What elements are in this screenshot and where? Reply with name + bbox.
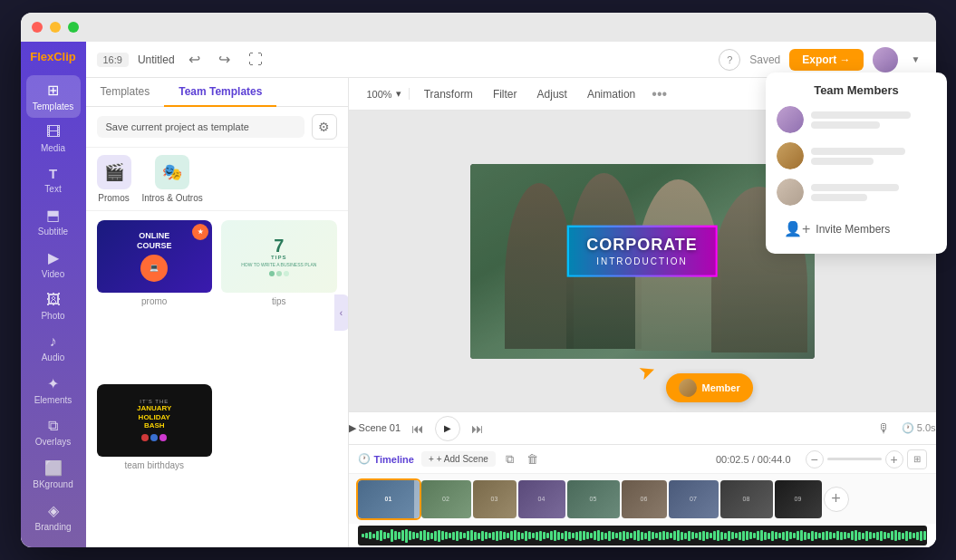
clip-03[interactable]: 03	[473, 480, 517, 518]
sidebar-item-audio[interactable]: ♪ Audio	[26, 327, 81, 369]
clip-09[interactable]: 09	[775, 480, 822, 518]
project-name[interactable]: Untitled	[138, 53, 175, 66]
corporate-intro-overlay: CORPORATE INTRODUCTION	[566, 226, 718, 277]
microphone-icon[interactable]: 🎙	[878, 421, 891, 436]
wave-bar	[546, 533, 549, 538]
add-scene-button[interactable]: + + Add Scene	[421, 451, 496, 467]
delete-scene-button[interactable]: 🗑	[524, 452, 541, 466]
zoom-slider[interactable]	[827, 458, 882, 460]
add-clip-button[interactable]: +	[824, 487, 849, 512]
transform-button[interactable]: Transform	[415, 84, 482, 104]
close-button[interactable]	[32, 22, 43, 33]
wave-bar	[601, 532, 604, 540]
wave-bar	[851, 531, 854, 540]
clip-08[interactable]: 08	[720, 480, 773, 518]
wave-bar	[833, 533, 835, 538]
redo-button[interactable]: ↪	[214, 49, 235, 70]
zoom-control[interactable]: 100% ▾	[360, 88, 410, 100]
category-label: Promos	[98, 193, 129, 203]
tab-templates[interactable]: Templates	[86, 78, 165, 107]
team-panel-title: Team Members	[777, 83, 936, 97]
fullscreen-button[interactable]: ⛶	[244, 50, 267, 70]
undo-button[interactable]: ↩	[184, 49, 205, 70]
wave-bar	[496, 531, 498, 541]
zoom-in-button[interactable]: +	[885, 450, 903, 468]
more-options-button[interactable]: •••	[646, 86, 672, 102]
saved-status: Saved	[749, 53, 780, 66]
wave-bar	[637, 530, 640, 541]
filter-button[interactable]: Filter	[484, 84, 526, 104]
wave-bar	[459, 532, 462, 539]
sidebar-item-media[interactable]: 🎞 Media	[26, 118, 81, 159]
wave-bar	[554, 530, 556, 541]
fit-view-button[interactable]: ⊞	[907, 449, 927, 469]
sidebar-item-label: Templates	[33, 101, 74, 111]
sidebar-item-overlays[interactable]: ⧉ Overlays	[26, 411, 81, 453]
adjust-button[interactable]: Adjust	[528, 84, 576, 104]
wave-bar	[586, 532, 589, 539]
clip-04[interactable]: 04	[518, 480, 565, 518]
clip-06[interactable]: 06	[622, 480, 667, 518]
wave-bar	[372, 534, 375, 538]
play-button[interactable]: ▶	[435, 416, 460, 441]
collapse-panel-handle[interactable]: ‹	[334, 294, 349, 331]
category-promos[interactable]: 🎬 Promos	[97, 155, 131, 203]
skip-forward-button[interactable]: ⏭	[471, 421, 484, 436]
member-avatar-3	[777, 179, 804, 206]
wave-bar	[822, 532, 825, 540]
clip-02[interactable]: 02	[421, 480, 471, 518]
maximize-button[interactable]	[68, 22, 79, 33]
template-card-holiday[interactable]: IT'S THE JANUARYHOLIDAYBASH team bi	[97, 384, 213, 539]
wave-bar	[659, 532, 661, 540]
wave-bar	[858, 532, 861, 540]
user-avatar-button[interactable]	[873, 47, 898, 72]
export-button[interactable]: Export →	[789, 49, 863, 71]
wave-bar	[681, 532, 683, 540]
category-intros[interactable]: 🎭 Intros & Outros	[142, 155, 203, 203]
skip-back-button[interactable]: ⏮	[411, 421, 424, 436]
arrow-indicator: ➤	[635, 358, 659, 386]
clip-resize-handle[interactable]	[414, 480, 420, 518]
duplicate-scene-button[interactable]: ⧉	[503, 452, 517, 467]
sidebar-item-branding[interactable]: ◈ Branding	[26, 496, 81, 538]
template-card-online-course[interactable]: ★ ONLINECOURSE 💻 promo	[97, 220, 213, 375]
help-button[interactable]: ?	[719, 49, 740, 71]
sidebar-item-subtitle[interactable]: ⬒ Subtitle	[26, 200, 81, 243]
wave-bar	[499, 531, 502, 540]
timeline-header: 🕐 Timeline + + Add Scene ⧉ 🗑 00:02.5 /	[349, 445, 936, 474]
sidebar-item-elements[interactable]: ✦ Elements	[26, 369, 81, 411]
settings-button[interactable]: ⚙	[312, 114, 337, 140]
save-template-button[interactable]: Save current project as template	[97, 116, 304, 138]
wave-bar	[550, 531, 553, 540]
wave-bar	[778, 533, 781, 538]
tab-team-templates[interactable]: Team Templates	[164, 78, 276, 107]
wave-bar	[608, 531, 611, 541]
sidebar-item-text[interactable]: T Text	[26, 159, 81, 200]
wave-bar	[626, 532, 629, 539]
sidebar-item-video[interactable]: ▶ Video	[26, 243, 81, 285]
wave-bar	[753, 533, 756, 538]
clip-01[interactable]: 01	[358, 480, 420, 518]
invite-members-button[interactable]: 👤+ Invite Members	[777, 215, 936, 243]
wave-bar	[380, 530, 382, 541]
sidebar-item-templates[interactable]: ⊞ Templates	[26, 75, 81, 118]
minimize-button[interactable]	[50, 22, 61, 33]
template-card-tips[interactable]: 7 TIPS HOW TO WRITE A BUSINESS PLAN	[221, 220, 337, 375]
wave-bar	[416, 533, 419, 538]
clip-05[interactable]: 05	[567, 480, 620, 518]
wave-bar	[362, 534, 364, 537]
wave-bar	[728, 531, 730, 541]
account-dropdown-button[interactable]: ▼	[907, 53, 925, 66]
wave-bar	[855, 530, 857, 541]
sidebar-item-photo[interactable]: 🖼 Photo	[26, 285, 81, 327]
sidebar-item-bkground[interactable]: ⬜ BKground	[26, 453, 81, 496]
wave-bar	[666, 532, 669, 539]
wave-bar	[478, 533, 480, 539]
zoom-out-button[interactable]: −	[806, 450, 824, 468]
animation-button[interactable]: Animation	[578, 84, 644, 104]
wave-bar	[463, 533, 466, 538]
sidebar-item-label: Audio	[42, 352, 65, 362]
clip-07[interactable]: 07	[669, 480, 719, 518]
wave-bar	[807, 533, 810, 539]
sidebar-item-label: Photo	[41, 311, 64, 321]
